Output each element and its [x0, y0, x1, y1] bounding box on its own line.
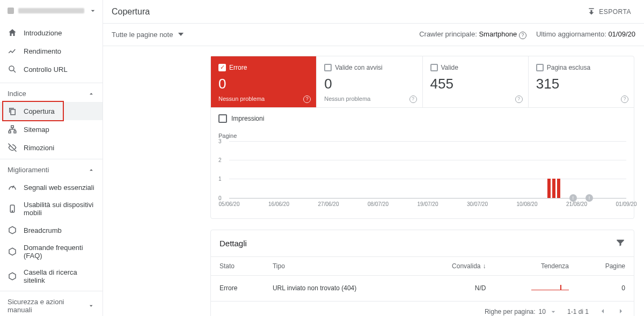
summary-card: Errore0Nessun problema?Valide con avvisi…	[210, 56, 634, 219]
help-icon[interactable]: ?	[519, 32, 526, 39]
chart-marker[interactable]: !	[586, 194, 593, 202]
x-tick: 30/07/20	[467, 201, 488, 207]
tile-note: Nessun problema	[324, 95, 414, 102]
chevron-down-icon	[178, 32, 184, 37]
pager-next-button[interactable]	[617, 307, 625, 317]
x-tick: 10/08/20	[517, 201, 538, 207]
sidebar-item-copertura[interactable]: Copertura	[0, 102, 103, 120]
property-label	[18, 8, 84, 13]
checkbox-icon	[536, 64, 544, 71]
trend-icon	[8, 46, 17, 56]
sidebar-section-sicurezza-e-azioni-manuali[interactable]: Sicurezza e azioni manuali	[0, 293, 103, 316]
chart-bar	[552, 179, 555, 197]
table-row[interactable]: ErroreURL inviato non trovato (404)N/D0	[211, 275, 634, 301]
impressions-checkbox[interactable]: Impressioni	[218, 114, 626, 123]
checkbox-icon	[430, 64, 438, 71]
search-icon	[8, 64, 17, 74]
property-selector[interactable]	[0, 0, 103, 21]
details-title: Dettagli	[219, 239, 247, 248]
sidebar-item-sitemap[interactable]: Sitemap	[0, 120, 103, 138]
y-tick: 2	[218, 157, 222, 163]
crawler-label: Crawler principale:	[419, 30, 477, 38]
tile-value: 0	[218, 76, 309, 92]
sidebar-item-introduzione[interactable]: Introduzione	[0, 24, 103, 42]
tile-excluded[interactable]: Pagina esclusa315?	[529, 56, 634, 107]
tile-label: Errore	[229, 64, 247, 71]
svg-rect-3	[9, 131, 11, 133]
sidebar-item-usabilit-sui-dispositivi-mobili[interactable]: Usabilità sui dispositivi mobili	[0, 196, 103, 221]
col-convalida[interactable]: Convalida↓	[417, 256, 494, 275]
chevron-down-icon	[89, 6, 97, 15]
export-button[interactable]: ESPORTA	[583, 4, 635, 19]
sidebar-item-controllo-url[interactable]: Controllo URL	[0, 60, 103, 78]
section-title: Indice	[8, 90, 26, 98]
y-tick: 3	[218, 138, 222, 144]
section-title: Sicurezza e azioni manuali	[8, 298, 87, 314]
chevron-down-icon	[87, 302, 95, 310]
tile-label: Valide con avvisi	[335, 64, 383, 71]
sidebar-item-label: Rendimento	[24, 47, 61, 55]
sidebar: IntroduzioneRendimentoControllo URL Indi…	[0, 0, 103, 316]
help-icon[interactable]: ?	[303, 94, 311, 103]
svg-point-0	[9, 66, 14, 71]
tile-valid[interactable]: Valide455?	[423, 56, 529, 107]
sidebar-item-rendimento[interactable]: Rendimento	[0, 42, 103, 60]
sidebar-item-domande-frequenti-faq-[interactable]: Domande frequenti (FAQ)	[0, 239, 103, 264]
chart-bars	[229, 141, 626, 198]
help-icon[interactable]: ?	[621, 94, 628, 103]
pager-range: 1-1 di 1	[567, 308, 589, 315]
sidebar-item-label: Breadcrumb	[24, 226, 62, 234]
sidebar-item-label: Segnali web essenziali	[24, 183, 94, 192]
speed-icon	[8, 182, 17, 192]
tile-error[interactable]: Errore0Nessun problema?	[211, 56, 317, 107]
sidebar-item-rimozioni[interactable]: Rimozioni	[0, 138, 103, 157]
updated-label: Ultimo aggiornamento:	[536, 30, 606, 38]
sidebar-item-label: Usabilità sui dispositivi mobili	[24, 201, 95, 217]
rows-per-page-select[interactable]: Righe per pagina: 10	[485, 307, 558, 316]
cell-tendenza	[494, 275, 577, 301]
sidebar-item-breadcrumb[interactable]: Breadcrumb	[0, 221, 103, 239]
tile-value: 315	[536, 76, 626, 92]
tile-value: 0	[324, 76, 414, 92]
help-icon[interactable]: ?	[515, 94, 523, 103]
page-filter-dropdown[interactable]: Tutte le pagine note	[112, 31, 184, 39]
svg-rect-1	[11, 109, 15, 115]
col-tendenza[interactable]: Tendenza	[494, 256, 577, 275]
details-table: Stato Tipo Convalida↓ Tendenza Pagine Er…	[211, 256, 634, 302]
chart-marker[interactable]: !	[569, 194, 577, 202]
gridline	[229, 198, 626, 199]
sitelink-icon	[8, 271, 17, 281]
filter-icon[interactable]	[616, 238, 625, 249]
details-card: Dettagli Stato Tipo Convalida↓ Tendenza …	[210, 230, 634, 317]
sidebar-item-segnali-web-essenziali[interactable]: Segnali web essenziali	[0, 178, 103, 196]
sidebar-section-indice[interactable]: Indice	[0, 85, 103, 102]
chart-y-title: Pagine	[218, 133, 626, 139]
property-icon	[8, 8, 14, 14]
svg-point-6	[12, 211, 13, 212]
col-stato[interactable]: Stato	[211, 256, 264, 275]
updated-value: 01/09/20	[608, 30, 635, 38]
crawler-value: Smartphone	[479, 30, 517, 38]
col-tipo[interactable]: Tipo	[264, 256, 417, 275]
tile-label: Valide	[441, 64, 458, 71]
help-icon[interactable]: ?	[409, 94, 417, 103]
breadcrumb-icon	[8, 225, 17, 235]
export-label: ESPORTA	[599, 8, 631, 16]
sidebar-section-miglioramenti[interactable]: Miglioramenti	[0, 161, 103, 178]
col-pagine[interactable]: Pagine	[577, 256, 634, 275]
tile-label: Pagina esclusa	[547, 64, 590, 71]
y-tick: 1	[218, 176, 222, 182]
topbar: Copertura ESPORTA	[103, 0, 644, 24]
tile-warn[interactable]: Valide con avvisi0Nessun problema?	[317, 56, 422, 107]
x-axis: 05/06/2016/06/2027/06/2008/07/2019/07/20…	[229, 201, 626, 211]
sidebar-item-label: Controllo URL	[24, 65, 68, 74]
pager-prev-button[interactable]	[598, 307, 607, 317]
sidebar-item-label: Sitemap	[24, 126, 49, 134]
svg-rect-2	[11, 126, 14, 128]
sidebar-item-casella-di-ricerca-sitelink[interactable]: Casella di ricerca sitelink	[0, 264, 103, 289]
table-pager: Righe per pagina: 10 1-1 di 1	[211, 302, 634, 317]
cell-tipo: URL inviato non trovato (404)	[264, 275, 417, 301]
x-tick: 05/06/20	[219, 201, 240, 207]
y-tick: 0	[218, 195, 222, 201]
impressions-label: Impressioni	[231, 115, 264, 122]
